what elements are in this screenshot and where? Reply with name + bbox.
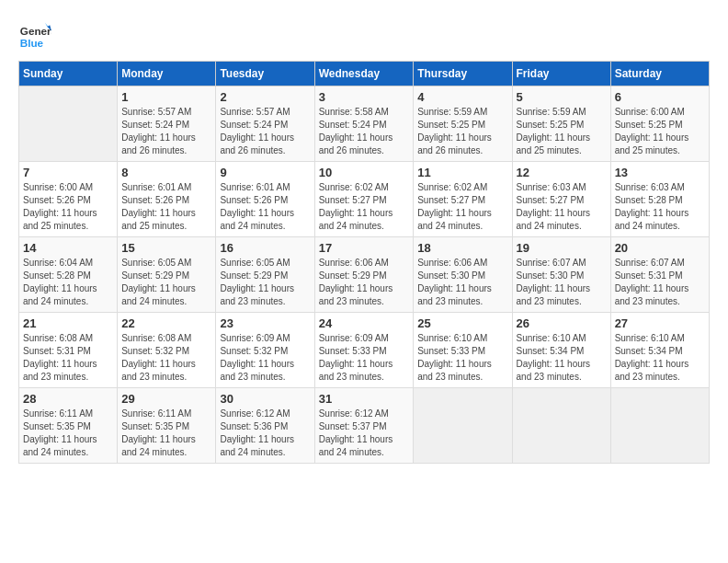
calendar-week-row: 21Sunrise: 6:08 AM Sunset: 5:31 PM Dayli… bbox=[19, 313, 710, 388]
day-info: Sunrise: 6:00 AM Sunset: 5:26 PM Dayligh… bbox=[23, 181, 113, 233]
calendar-cell: 23Sunrise: 6:09 AM Sunset: 5:32 PM Dayli… bbox=[216, 313, 314, 388]
day-number: 1 bbox=[121, 90, 211, 104]
day-info: Sunrise: 5:58 AM Sunset: 5:24 PM Dayligh… bbox=[319, 106, 410, 157]
day-number: 11 bbox=[417, 166, 507, 179]
day-number: 22 bbox=[121, 316, 211, 330]
calendar-week-row: 1Sunrise: 5:57 AM Sunset: 5:24 PM Daylig… bbox=[19, 86, 710, 162]
day-info: Sunrise: 5:57 AM Sunset: 5:24 PM Dayligh… bbox=[220, 106, 310, 157]
calendar-cell bbox=[19, 86, 118, 162]
calendar-cell: 11Sunrise: 6:02 AM Sunset: 5:27 PM Dayli… bbox=[414, 162, 512, 237]
logo: General Blue bbox=[18, 18, 57, 52]
day-info: Sunrise: 6:11 AM Sunset: 5:35 PM Dayligh… bbox=[121, 408, 211, 459]
calendar-cell: 6Sunrise: 6:00 AM Sunset: 5:25 PM Daylig… bbox=[610, 86, 709, 162]
day-number: 5 bbox=[517, 90, 607, 104]
calendar-cell: 15Sunrise: 6:05 AM Sunset: 5:29 PM Dayli… bbox=[118, 237, 216, 313]
day-number: 12 bbox=[517, 166, 607, 179]
day-number: 7 bbox=[23, 166, 113, 179]
day-info: Sunrise: 5:59 AM Sunset: 5:25 PM Dayligh… bbox=[417, 106, 507, 157]
day-info: Sunrise: 6:09 AM Sunset: 5:33 PM Dayligh… bbox=[319, 332, 410, 384]
day-info: Sunrise: 6:11 AM Sunset: 5:35 PM Dayligh… bbox=[23, 408, 113, 459]
svg-text:General: General bbox=[20, 25, 51, 37]
calendar-table: SundayMondayTuesdayWednesdayThursdayFrid… bbox=[18, 61, 710, 464]
calendar-cell: 1Sunrise: 5:57 AM Sunset: 5:24 PM Daylig… bbox=[118, 86, 216, 162]
weekday-header-thursday: Thursday bbox=[414, 62, 512, 86]
day-number: 13 bbox=[615, 166, 705, 179]
day-info: Sunrise: 6:10 AM Sunset: 5:33 PM Dayligh… bbox=[417, 332, 507, 384]
day-number: 23 bbox=[220, 316, 310, 330]
day-info: Sunrise: 6:05 AM Sunset: 5:29 PM Dayligh… bbox=[121, 257, 211, 308]
day-info: Sunrise: 6:03 AM Sunset: 5:28 PM Dayligh… bbox=[615, 181, 705, 233]
day-info: Sunrise: 6:05 AM Sunset: 5:29 PM Dayligh… bbox=[220, 257, 310, 308]
day-number: 20 bbox=[615, 241, 705, 255]
day-info: Sunrise: 6:01 AM Sunset: 5:26 PM Dayligh… bbox=[121, 181, 211, 233]
day-number: 6 bbox=[615, 90, 705, 104]
calendar-cell: 16Sunrise: 6:05 AM Sunset: 5:29 PM Dayli… bbox=[216, 237, 314, 313]
logo-icon: General Blue bbox=[18, 18, 51, 52]
day-number: 30 bbox=[220, 392, 310, 406]
day-number: 28 bbox=[23, 392, 113, 406]
weekday-header-wednesday: Wednesday bbox=[314, 62, 414, 86]
day-number: 19 bbox=[517, 241, 607, 255]
day-number: 2 bbox=[220, 90, 310, 104]
calendar-cell bbox=[414, 388, 512, 464]
day-number: 4 bbox=[417, 90, 507, 104]
weekday-header-saturday: Saturday bbox=[610, 62, 709, 86]
day-info: Sunrise: 6:12 AM Sunset: 5:36 PM Dayligh… bbox=[220, 408, 310, 459]
day-number: 17 bbox=[319, 241, 410, 255]
day-number: 26 bbox=[517, 316, 607, 330]
day-number: 14 bbox=[23, 241, 113, 255]
calendar-cell: 20Sunrise: 6:07 AM Sunset: 5:31 PM Dayli… bbox=[610, 237, 709, 313]
day-info: Sunrise: 6:07 AM Sunset: 5:31 PM Dayligh… bbox=[615, 257, 705, 308]
calendar-cell: 18Sunrise: 6:06 AM Sunset: 5:30 PM Dayli… bbox=[414, 237, 512, 313]
day-number: 15 bbox=[121, 241, 211, 255]
calendar-cell: 12Sunrise: 6:03 AM Sunset: 5:27 PM Dayli… bbox=[512, 162, 610, 237]
calendar-week-row: 7Sunrise: 6:00 AM Sunset: 5:26 PM Daylig… bbox=[19, 162, 710, 237]
calendar-cell: 4Sunrise: 5:59 AM Sunset: 5:25 PM Daylig… bbox=[414, 86, 512, 162]
day-number: 8 bbox=[121, 166, 211, 179]
calendar-cell: 22Sunrise: 6:08 AM Sunset: 5:32 PM Dayli… bbox=[118, 313, 216, 388]
calendar-cell: 7Sunrise: 6:00 AM Sunset: 5:26 PM Daylig… bbox=[19, 162, 118, 237]
day-info: Sunrise: 6:10 AM Sunset: 5:34 PM Dayligh… bbox=[615, 332, 705, 384]
day-number: 31 bbox=[319, 392, 410, 406]
calendar-cell: 24Sunrise: 6:09 AM Sunset: 5:33 PM Dayli… bbox=[314, 313, 414, 388]
calendar-cell: 2Sunrise: 5:57 AM Sunset: 5:24 PM Daylig… bbox=[216, 86, 314, 162]
day-number: 21 bbox=[23, 316, 113, 330]
calendar-cell: 17Sunrise: 6:06 AM Sunset: 5:29 PM Dayli… bbox=[314, 237, 414, 313]
day-info: Sunrise: 5:59 AM Sunset: 5:25 PM Dayligh… bbox=[517, 106, 607, 157]
weekday-header-sunday: Sunday bbox=[19, 62, 118, 86]
day-info: Sunrise: 6:09 AM Sunset: 5:32 PM Dayligh… bbox=[220, 332, 310, 384]
calendar-cell: 29Sunrise: 6:11 AM Sunset: 5:35 PM Dayli… bbox=[118, 388, 216, 464]
page-header: General Blue bbox=[18, 18, 710, 52]
calendar-cell: 3Sunrise: 5:58 AM Sunset: 5:24 PM Daylig… bbox=[314, 86, 414, 162]
day-info: Sunrise: 6:12 AM Sunset: 5:37 PM Dayligh… bbox=[319, 408, 410, 459]
day-info: Sunrise: 6:00 AM Sunset: 5:25 PM Dayligh… bbox=[615, 106, 705, 157]
day-info: Sunrise: 6:10 AM Sunset: 5:34 PM Dayligh… bbox=[517, 332, 607, 384]
day-info: Sunrise: 6:08 AM Sunset: 5:32 PM Dayligh… bbox=[121, 332, 211, 384]
calendar-cell: 5Sunrise: 5:59 AM Sunset: 5:25 PM Daylig… bbox=[512, 86, 610, 162]
calendar-cell: 10Sunrise: 6:02 AM Sunset: 5:27 PM Dayli… bbox=[314, 162, 414, 237]
weekday-header-tuesday: Tuesday bbox=[216, 62, 314, 86]
calendar-week-row: 28Sunrise: 6:11 AM Sunset: 5:35 PM Dayli… bbox=[19, 388, 710, 464]
calendar-cell: 14Sunrise: 6:04 AM Sunset: 5:28 PM Dayli… bbox=[19, 237, 118, 313]
calendar-cell: 21Sunrise: 6:08 AM Sunset: 5:31 PM Dayli… bbox=[19, 313, 118, 388]
calendar-header-row: SundayMondayTuesdayWednesdayThursdayFrid… bbox=[19, 62, 710, 86]
calendar-body: 1Sunrise: 5:57 AM Sunset: 5:24 PM Daylig… bbox=[19, 86, 710, 464]
weekday-header-friday: Friday bbox=[512, 62, 610, 86]
day-info: Sunrise: 6:06 AM Sunset: 5:30 PM Dayligh… bbox=[417, 257, 507, 308]
calendar-cell: 30Sunrise: 6:12 AM Sunset: 5:36 PM Dayli… bbox=[216, 388, 314, 464]
day-number: 3 bbox=[319, 90, 410, 104]
day-number: 9 bbox=[220, 166, 310, 179]
calendar-cell: 26Sunrise: 6:10 AM Sunset: 5:34 PM Dayli… bbox=[512, 313, 610, 388]
weekday-header-monday: Monday bbox=[118, 62, 216, 86]
day-info: Sunrise: 5:57 AM Sunset: 5:24 PM Dayligh… bbox=[121, 106, 211, 157]
day-info: Sunrise: 6:06 AM Sunset: 5:29 PM Dayligh… bbox=[319, 257, 410, 308]
day-info: Sunrise: 6:04 AM Sunset: 5:28 PM Dayligh… bbox=[23, 257, 113, 308]
day-number: 10 bbox=[319, 166, 410, 179]
calendar-cell: 28Sunrise: 6:11 AM Sunset: 5:35 PM Dayli… bbox=[19, 388, 118, 464]
day-info: Sunrise: 6:07 AM Sunset: 5:30 PM Dayligh… bbox=[517, 257, 607, 308]
calendar-cell: 25Sunrise: 6:10 AM Sunset: 5:33 PM Dayli… bbox=[414, 313, 512, 388]
calendar-cell bbox=[512, 388, 610, 464]
day-info: Sunrise: 6:08 AM Sunset: 5:31 PM Dayligh… bbox=[23, 332, 113, 384]
day-number: 16 bbox=[220, 241, 310, 255]
day-number: 24 bbox=[319, 316, 410, 330]
